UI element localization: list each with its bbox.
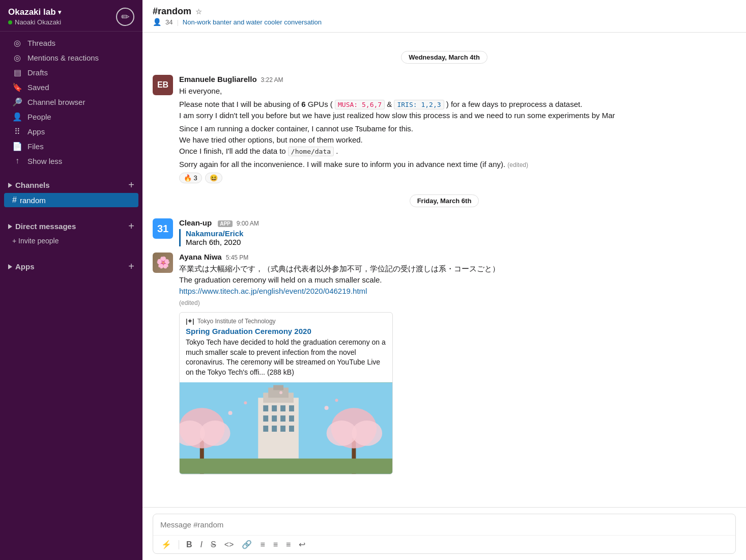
direct-messages-header[interactable]: Direct messages +: [0, 216, 142, 234]
indent-button[interactable]: ≡: [284, 539, 293, 550]
apps-section-label: Apps: [15, 262, 35, 271]
link-preview-desc: Tokyo Tech have decided to hold the grad…: [186, 338, 386, 377]
apps-section-header[interactable]: Apps +: [0, 257, 142, 274]
message-content-ayana: Ayana Niwa 5:45 PM 卒業式は大幅縮小です，（式典は代表者以外参…: [179, 253, 736, 474]
sidebar-item-show-less[interactable]: ↑ Show less: [4, 154, 138, 168]
user-status: Naoaki Okazaki: [8, 18, 61, 26]
message-line: We have tried other options, but none of…: [179, 134, 736, 146]
svg-point-29: [279, 391, 282, 395]
sidebar-header: Okazaki lab ▾ Naoaki Okazaki ✏: [0, 0, 142, 32]
mentions-icon: ◎: [12, 53, 22, 63]
app-badge: APP: [218, 220, 233, 227]
message-link[interactable]: https://www.titech.ac.jp/english/event/2…: [179, 286, 736, 297]
sidebar-item-label: Files: [27, 142, 44, 151]
add-app-button[interactable]: +: [128, 261, 134, 272]
add-dm-button[interactable]: +: [128, 220, 134, 232]
workspace-name[interactable]: Okazaki lab ▾: [8, 7, 61, 17]
sidebar-item-apps[interactable]: ⠿ Apps: [4, 124, 138, 139]
reaction-fire[interactable]: 🔥 3: [179, 173, 202, 183]
add-channel-button[interactable]: +: [128, 179, 134, 191]
people-icon: 👤: [12, 112, 22, 122]
svg-rect-9: [263, 415, 268, 422]
message-toolbar: ⚡ B I S <> 🔗 ≡ ≡ ≡ ↩: [153, 535, 735, 553]
apps-icon: ⠿: [12, 127, 22, 136]
saved-icon: 🔖: [12, 82, 22, 92]
undo-button[interactable]: ↩: [297, 539, 307, 550]
link-button[interactable]: 🔗: [240, 539, 254, 550]
sidebar: Okazaki lab ▾ Naoaki Okazaki ✏ ◎ Threads…: [0, 0, 142, 560]
svg-rect-15: [280, 426, 285, 432]
message-input[interactable]: [153, 514, 735, 535]
date-divider-friday: Friday, March 6th: [153, 194, 736, 207]
channel-meta: 👤 34 | Non-work banter and water cooler …: [153, 18, 322, 26]
ordered-list-button[interactable]: ≡: [258, 539, 267, 550]
dm-section-label: Direct messages: [15, 222, 76, 231]
sidebar-item-label: People: [27, 113, 51, 121]
member-count: 34: [165, 18, 173, 26]
apps-label: Apps: [8, 262, 35, 271]
sidebar-item-mentions[interactable]: ◎ Mentions & reactions: [4, 50, 138, 65]
message-content-emanuele: Emanuele Bugliarello 3:22 AM Hi everyone…: [179, 75, 736, 183]
svg-rect-8: [289, 406, 294, 412]
lightning-button[interactable]: ⚡: [159, 539, 174, 550]
sidebar-item-threads[interactable]: ◎ Threads: [4, 36, 138, 50]
sidebar-item-files[interactable]: 📄 Files: [4, 139, 138, 154]
app-name: Clean-up: [179, 218, 212, 227]
svg-rect-10: [272, 415, 277, 422]
channel-header: #random ☆ 👤 34 | Non-work banter and wat…: [142, 0, 746, 33]
channel-name: random: [20, 196, 46, 205]
svg-point-28: [335, 399, 338, 402]
sidebar-item-label: Threads: [27, 39, 55, 47]
sidebar-item-saved[interactable]: 🔖 Saved: [4, 80, 138, 95]
channel-item-random[interactable]: # random: [4, 193, 138, 207]
bold-button[interactable]: B: [184, 539, 194, 550]
compose-button[interactable]: ✏: [116, 8, 134, 26]
link-preview-title[interactable]: Spring Graduation Ceremony 2020: [186, 327, 386, 335]
channels-section-label: Channels: [15, 181, 50, 189]
svg-rect-30: [180, 459, 392, 474]
strikethrough-button[interactable]: S: [209, 539, 218, 550]
reaction-laugh[interactable]: 😆: [205, 173, 222, 183]
svg-rect-14: [272, 426, 277, 432]
svg-point-27: [325, 406, 329, 410]
unordered-list-button[interactable]: ≡: [271, 539, 280, 550]
direct-messages-section: Direct messages + + Invite people: [0, 216, 142, 247]
svg-point-24: [352, 421, 382, 446]
apps-section: Apps +: [0, 257, 142, 274]
edited-label: (edited): [179, 299, 200, 306]
message-line-jp: 卒業式は大幅縮小です，（式典は代表者以外参加不可，学位記の受け渡しは系・コースご…: [179, 263, 736, 274]
svg-rect-6: [272, 406, 277, 412]
online-status-dot: [8, 20, 12, 24]
message-line: Sorry again for all the inconvenience. I…: [179, 159, 736, 170]
channels-section: Channels + # random: [0, 175, 142, 207]
source-icon: |✦|: [186, 318, 194, 325]
channels-section-header[interactable]: Channels +: [0, 175, 142, 193]
message-time: 3:22 AM: [261, 76, 283, 83]
message-line: I am sorry I didn't tell you before but …: [179, 110, 736, 121]
sidebar-item-channel-browser[interactable]: 🔎 Channel browser: [4, 95, 138, 109]
invite-people-link[interactable]: + Invite people: [4, 234, 138, 247]
link-preview: |✦| Tokyo Institute of Technology Spring…: [179, 312, 393, 474]
cherry-blossom-svg: [180, 382, 392, 474]
channel-header-left: #random ☆ 👤 34 | Non-work banter and wat…: [153, 6, 322, 26]
code-button[interactable]: <>: [222, 539, 236, 550]
dm-label: Direct messages: [8, 222, 76, 231]
date-divider-wednesday: Wednesday, March 4th: [153, 51, 736, 64]
sidebar-item-label: Apps: [27, 127, 45, 136]
star-icon[interactable]: ☆: [195, 8, 202, 16]
workspace-info: Okazaki lab ▾ Naoaki Okazaki: [8, 7, 61, 26]
channel-hash-icon: #: [12, 195, 17, 205]
sidebar-item-drafts[interactable]: ▤ Drafts: [4, 65, 138, 80]
date-pill-friday: Friday, March 6th: [410, 194, 479, 207]
sidebar-item-people[interactable]: 👤 People: [4, 109, 138, 124]
main-content: #random ☆ 👤 34 | Non-work banter and wat…: [142, 0, 746, 560]
source-label: Tokyo Institute of Technology: [197, 318, 276, 325]
sidebar-item-label: Channel browser: [27, 98, 85, 106]
svg-point-20: [200, 421, 231, 446]
svg-point-26: [244, 402, 247, 405]
italic-button[interactable]: I: [198, 539, 205, 550]
channel-browser-icon: 🔎: [12, 97, 22, 107]
app-message-line2: March 6th, 2020: [186, 238, 736, 246]
svg-rect-4: [273, 385, 283, 390]
message-line: Once I finish, I'll add the data to /hom…: [179, 146, 736, 157]
